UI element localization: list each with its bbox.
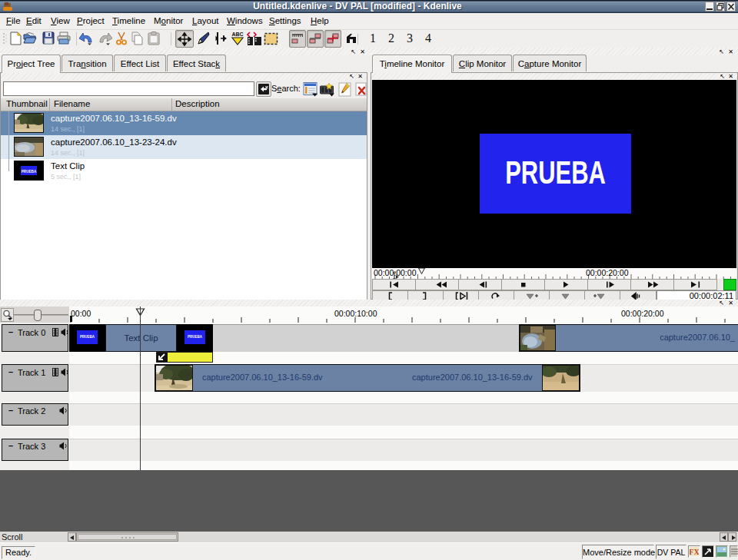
svg-text:PRUEBA: PRUEBA xyxy=(22,170,37,174)
svg-text:ABC: ABC xyxy=(231,31,243,37)
svg-text:FX: FX xyxy=(690,548,699,556)
